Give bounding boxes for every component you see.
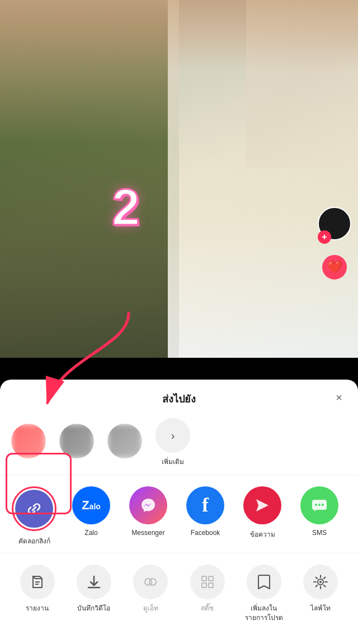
svg-line-22	[316, 577, 318, 579]
favorites-icon	[247, 565, 281, 599]
svg-line-24	[324, 577, 326, 579]
report-label: รายงาน	[26, 604, 49, 613]
contacts-row: › เพิ่มเติม	[0, 413, 358, 472]
stitch-icon	[190, 565, 225, 599]
messenger-label: Messenger	[131, 529, 164, 537]
app-messenger[interactable]: Messenger	[123, 486, 173, 537]
svg-line-25	[316, 585, 318, 587]
person-right	[168, 0, 358, 358]
more-label: เพิ่มเติม	[162, 456, 184, 467]
like-button[interactable]: ❤️	[322, 255, 347, 280]
contact-item-3[interactable]	[105, 424, 144, 462]
action-report[interactable]: รายงาน	[10, 565, 65, 613]
report-icon	[20, 565, 55, 599]
direct-icon	[243, 486, 281, 524]
copy-link-label: คัดลอกลิงก์	[18, 536, 50, 546]
sms-label: SMS	[312, 529, 327, 537]
svg-rect-12	[202, 576, 206, 581]
sms-icon	[300, 486, 338, 524]
direct-label: ข้อความ	[250, 529, 275, 539]
divider-2	[0, 553, 358, 553]
svg-line-23	[324, 585, 326, 587]
svg-marker-0	[256, 499, 268, 512]
messenger-icon	[129, 486, 167, 524]
duet-label: ดูเอ็ท	[143, 604, 158, 613]
app-sms[interactable]: SMS	[294, 486, 345, 537]
action-favorites[interactable]: เพิ่มลงในรายการโปรด	[236, 565, 292, 623]
action-live[interactable]: ไลฟ์โท	[293, 565, 348, 613]
sheet-title: ส่งไปยัง	[162, 391, 196, 407]
zalo-icon: Z alo	[72, 486, 110, 524]
contact-avatar-3	[107, 424, 142, 458]
stitch-label: สติ๊ช	[201, 604, 214, 613]
more-contacts-button[interactable]: › เพิ่มเติม	[153, 418, 192, 467]
copy-link-icon	[15, 490, 53, 528]
actions-row: รายงาน บันทึกวิดีโอ ดูเอ็ท	[0, 556, 358, 627]
action-save-video[interactable]: บันทึกวิดีโอ	[66, 565, 122, 613]
contact-avatar-2	[59, 424, 94, 458]
zalo-label: Zalo	[84, 529, 97, 537]
more-icon: ›	[156, 418, 190, 453]
svg-point-3	[315, 504, 317, 506]
share-sheet: ส่งไปยัง × › เพิ่มเติม	[0, 380, 358, 644]
app-facebook[interactable]: f Facebook	[180, 486, 230, 537]
favorites-label: เพิ่มลงในรายการโปรด	[245, 604, 283, 623]
video-background: 2 + ❤️	[0, 0, 358, 358]
contact-avatar-1	[11, 424, 46, 458]
close-button[interactable]: ×	[331, 390, 347, 405]
duet-icon	[133, 565, 168, 599]
contact-item-2[interactable]	[57, 424, 96, 462]
live-label: ไลฟ์โท	[310, 604, 331, 613]
divider-1	[0, 475, 358, 475]
contact-item-1[interactable]	[9, 424, 48, 462]
svg-rect-15	[209, 583, 213, 588]
save-video-icon	[77, 565, 111, 599]
app-copy-link[interactable]: คัดลอกลิงก์	[9, 486, 59, 546]
svg-point-11	[149, 579, 156, 585]
person-left	[0, 0, 179, 358]
action-duet[interactable]: ดูเอ็ท	[123, 565, 178, 613]
facebook-label: Facebook	[191, 529, 220, 537]
follow-button[interactable]: +	[318, 230, 331, 244]
live-icon	[303, 565, 338, 599]
app-zalo[interactable]: Z alo Zalo	[66, 486, 116, 537]
action-stitch[interactable]: สติ๊ช	[180, 565, 235, 613]
svg-point-4	[318, 504, 321, 506]
facebook-icon: f	[186, 486, 224, 524]
svg-point-5	[322, 504, 324, 506]
save-video-label: บันทึกวิดีโอ	[77, 604, 110, 613]
svg-rect-13	[209, 576, 213, 581]
sheet-header: ส่งไปยัง ×	[0, 380, 358, 413]
svg-rect-14	[202, 583, 206, 588]
right-ui: + ❤️	[318, 207, 351, 280]
svg-point-17	[319, 581, 322, 583]
apps-row: คัดลอกลิงก์ Z alo Zalo Messenger f	[0, 477, 358, 551]
app-direct[interactable]: ข้อความ	[237, 486, 288, 539]
